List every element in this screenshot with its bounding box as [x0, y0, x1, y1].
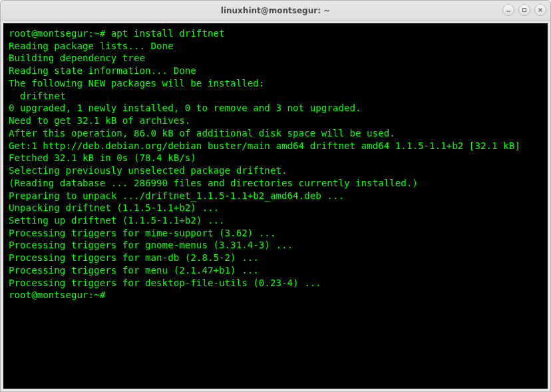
shell-prompt: root@montsegur:~#: [9, 290, 111, 300]
close-button[interactable]: [534, 4, 546, 16]
terminal-line: root@montsegur:~# apt install driftnet: [9, 27, 542, 40]
minimize-button[interactable]: [502, 4, 514, 16]
terminal-output-line: (Reading database ... 286990 files and d…: [9, 177, 542, 190]
terminal-window: linuxhint@montsegur: ~ root@montsegur:~#…: [0, 0, 551, 392]
terminal-output-line: After this operation, 86.0 kB of additio…: [9, 127, 542, 140]
terminal-output-line: Selecting previously unselected package …: [9, 164, 542, 177]
terminal-output-line: Preparing to unpack .../driftnet_1.1.5-1…: [9, 190, 542, 202]
terminal-output-line: Processing triggers for gnome-menus (3.3…: [9, 239, 542, 252]
terminal-output-line: Fetched 32.1 kB in 0s (78.4 kB/s): [9, 152, 542, 164]
terminal-output-line: 0 upgraded, 1 newly installed, 0 to remo…: [9, 102, 542, 114]
titlebar: linuxhint@montsegur: ~: [1, 1, 550, 21]
window-controls: [502, 4, 546, 16]
terminal-output-line: Setting up driftnet (1.1.5-1.1+b2) ...: [9, 214, 542, 227]
maximize-icon: [522, 7, 527, 13]
terminal-output-line: Unpacking driftnet (1.1.5-1.1+b2) ...: [9, 202, 542, 214]
svg-rect-1: [523, 9, 526, 12]
shell-command: apt install driftnet: [111, 28, 225, 39]
terminal-output-line: Get:1 http://deb.debian.org/debian buste…: [9, 140, 542, 152]
terminal-line: root@montsegur:~#: [9, 289, 542, 301]
window-title: linuxhint@montsegur: ~: [221, 6, 330, 15]
terminal-output-line: Processing triggers for menu (2.1.47+b1)…: [9, 264, 542, 277]
terminal-output-line: Processing triggers for man-db (2.8.5-2)…: [9, 252, 542, 264]
terminal-content[interactable]: root@montsegur:~# apt install driftnetRe…: [3, 23, 548, 389]
terminal-output-line: Reading package lists... Done: [9, 40, 542, 53]
close-icon: [538, 7, 543, 13]
terminal-output-line: driftnet: [9, 90, 542, 102]
maximize-button[interactable]: [518, 4, 530, 16]
terminal-output-line: Reading state information... Done: [9, 65, 542, 77]
terminal-output-line: Need to get 32.1 kB of archives.: [9, 114, 542, 127]
terminal-output-line: The following NEW packages will be insta…: [9, 77, 542, 90]
terminal-output-line: Building dependency tree: [9, 52, 542, 65]
terminal-output-line: Processing triggers for mime-support (3.…: [9, 227, 542, 240]
terminal-output-line: Processing triggers for desktop-file-uti…: [9, 277, 542, 290]
minimize-icon: [506, 7, 511, 13]
shell-prompt: root@montsegur:~#: [9, 28, 111, 39]
